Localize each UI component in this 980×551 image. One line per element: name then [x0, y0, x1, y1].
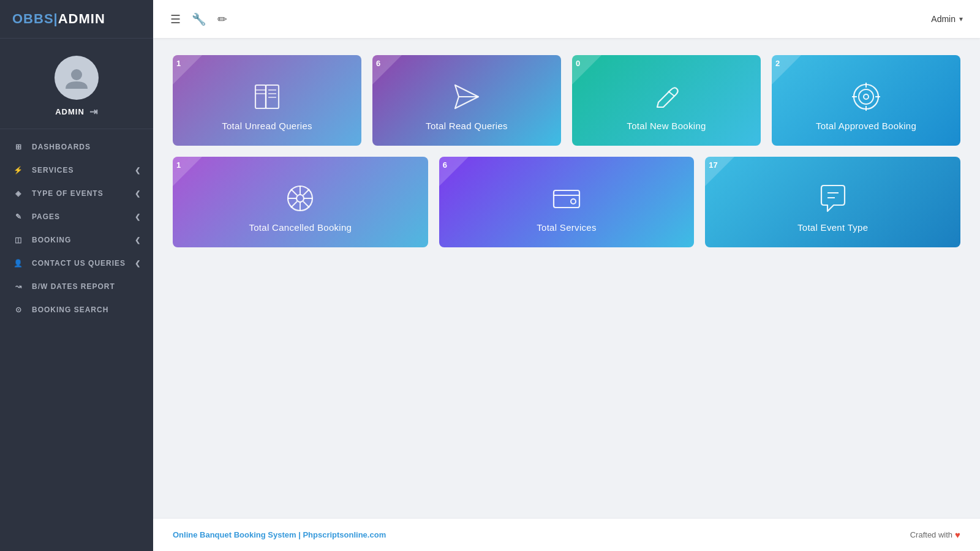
chevron-services-icon: ❮	[135, 167, 141, 174]
card-label-cancelled-booking: Total Cancelled Booking	[249, 222, 352, 233]
logo-prefix: OBBS	[12, 11, 54, 26]
svg-rect-28	[554, 190, 579, 208]
username-label: ADMIN	[55, 107, 85, 116]
grid-icon: ⊞	[12, 143, 24, 151]
card-approved-booking: 2 Total Approved Booking	[772, 55, 960, 146]
dashboard-content: 1 Total Unread Queries 6	[153, 38, 980, 518]
card-label-new-booking: Total New Booking	[627, 121, 706, 131]
username-row: ADMIN ⇥	[55, 106, 98, 118]
logo-separator: |	[54, 11, 58, 26]
sidebar-item-type-of-events[interactable]: ◈ TYPE OF EVENTS ❮	[0, 182, 153, 205]
svg-rect-2	[266, 85, 279, 108]
wheel-icon	[284, 182, 317, 215]
svg-point-19	[296, 195, 304, 202]
crafted-text: Crafted with	[910, 530, 952, 539]
nav-label-booking: BOOKING	[32, 236, 71, 244]
card-unread-queries: 1 Total Unread Queries	[173, 55, 361, 146]
svg-line-25	[303, 201, 309, 208]
chat-icon	[816, 182, 850, 215]
badge-triangle	[173, 157, 202, 186]
user-avatar-icon	[63, 64, 90, 91]
report-icon: ↝	[12, 282, 24, 291]
footer: Online Banquet Booking System | Phpscrip…	[153, 518, 980, 551]
chevron-events-icon: ❮	[135, 190, 141, 198]
svg-point-0	[71, 69, 82, 80]
sidebar-item-booking[interactable]: ◫ BOOKING ❮	[0, 228, 153, 252]
card-total-event-type: 17 Total Event Type	[705, 157, 960, 247]
svg-line-24	[291, 189, 297, 195]
svg-point-12	[859, 89, 873, 104]
main-content: ☰ 🔧 ✏ Admin ▾ 1	[153, 0, 980, 551]
pages-icon: ✎	[12, 212, 24, 221]
footer-brand: Online Banquet Booking System | Phpscrip…	[173, 530, 386, 539]
card-read-queries: 6 Total Read Queries	[372, 55, 561, 146]
booking-icon: ◫	[12, 236, 24, 244]
admin-label[interactable]: Admin	[931, 14, 956, 24]
sidebar-item-contact-queries[interactable]: 👤 CONTACT US QUERIES ❮	[0, 252, 153, 275]
target-icon	[850, 80, 883, 113]
pencil-icon[interactable]: ✏	[217, 12, 227, 26]
sidebar-item-services[interactable]: ⚡ SERVICES ❮	[0, 159, 153, 182]
stats-row-2: 1 Total Cancelled Booking	[173, 157, 960, 247]
nav-label-bw-dates-report: B/W DATES REPORT	[32, 282, 115, 291]
chevron-booking-icon: ❮	[135, 236, 141, 244]
svg-line-27	[291, 201, 297, 208]
chevron-queries-icon: ❮	[135, 260, 141, 268]
card-label-read-queries: Total Read Queries	[426, 121, 508, 131]
card-label-approved-booking: Total Approved Booking	[816, 121, 916, 131]
admin-chevron-icon[interactable]: ▾	[959, 15, 963, 23]
sidebar-item-dashboards[interactable]: ⊞ DASHBOARDS	[0, 135, 153, 159]
svg-point-13	[864, 94, 869, 99]
chevron-pages-icon: ❮	[135, 213, 141, 221]
badge-triangle	[372, 55, 402, 84]
sidebar-nav: ⊞ DASHBOARDS ⚡ SERVICES ❮ ◈ TYPE OF EVEN…	[0, 129, 153, 551]
footer-brand-text: Online Banquet Booking System |	[173, 530, 303, 539]
nav-label-pages: PAGES	[32, 212, 60, 221]
badge-triangle	[772, 55, 801, 84]
search-icon: ⊙	[12, 305, 24, 314]
badge-triangle	[439, 157, 469, 186]
sidebar: OBBS|ADMIN ADMIN ⇥ ⊞ DASHBOARDS ⚡ SERVIC…	[0, 0, 153, 551]
sidebar-user: ADMIN ⇥	[0, 39, 153, 129]
footer-brand-link[interactable]: Phpscriptsonline.com	[303, 530, 386, 539]
topbar-icons: ☰ 🔧 ✏	[170, 12, 920, 26]
nav-label-dashboards: DASHBOARDS	[32, 143, 91, 151]
nav-label-type-of-events: TYPE OF EVENTS	[32, 189, 104, 198]
nav-label-booking-search: BOOKING SEARCH	[32, 305, 108, 314]
edit-icon	[650, 80, 683, 113]
logo-suffix: ADMIN	[58, 11, 105, 26]
send-icon	[450, 80, 483, 113]
badge-triangle	[173, 55, 202, 84]
sidebar-item-pages[interactable]: ✎ PAGES ❮	[0, 205, 153, 228]
events-icon: ◈	[12, 189, 24, 198]
avatar	[55, 56, 99, 100]
book-icon	[251, 80, 284, 113]
card-new-booking: 0 Total New Booking	[572, 55, 761, 146]
nav-label-contact-queries: CONTACT US QUERIES	[32, 259, 126, 268]
wallet-icon	[550, 182, 583, 215]
card-label-total-services: Total Services	[537, 222, 597, 233]
topbar: ☰ 🔧 ✏ Admin ▾	[153, 0, 980, 38]
sidebar-item-bw-dates-report[interactable]: ↝ B/W DATES REPORT	[0, 275, 153, 298]
heart-icon: ♥	[955, 530, 960, 540]
svg-line-10	[668, 91, 674, 96]
svg-point-11	[854, 84, 878, 109]
hamburger-icon[interactable]: ☰	[170, 12, 181, 26]
sidebar-item-booking-search[interactable]: ⊙ BOOKING SEARCH	[0, 298, 153, 321]
svg-point-29	[571, 199, 576, 204]
services-icon: ⚡	[12, 166, 24, 174]
card-label-total-event-type: Total Event Type	[797, 222, 868, 233]
footer-crafted: Crafted with ♥	[910, 530, 960, 540]
logout-icon[interactable]: ⇥	[89, 106, 98, 118]
queries-icon: 👤	[12, 259, 24, 268]
topbar-right: Admin ▾	[931, 14, 963, 24]
card-label-unread-queries: Total Unread Queries	[222, 121, 312, 131]
wrench-icon[interactable]: 🔧	[192, 12, 206, 26]
card-cancelled-booking: 1 Total Cancelled Booking	[173, 157, 428, 247]
card-total-services: 6 Total Services	[439, 157, 695, 247]
nav-label-services: SERVICES	[32, 166, 74, 174]
svg-rect-1	[255, 85, 266, 108]
stats-row-1: 1 Total Unread Queries 6	[173, 55, 960, 146]
badge-triangle	[572, 55, 601, 84]
badge-triangle	[705, 157, 734, 186]
